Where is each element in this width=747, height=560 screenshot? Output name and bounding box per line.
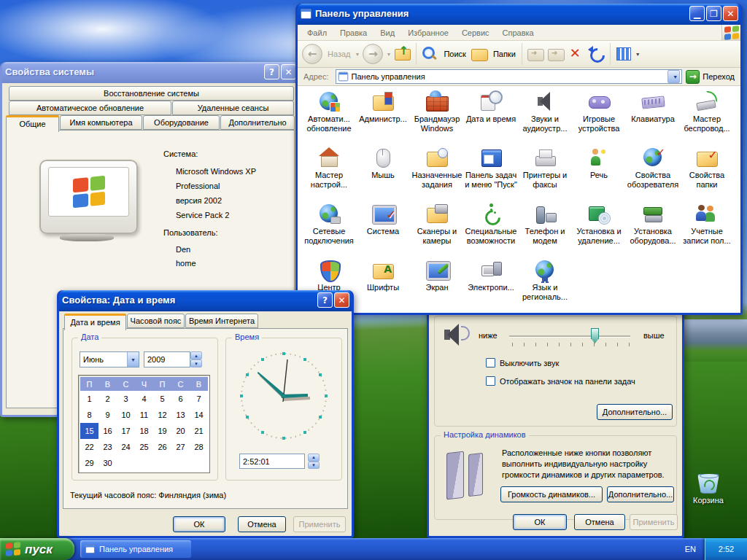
maximize-button[interactable]: ❐ (706, 6, 721, 21)
calendar-day[interactable]: 3 (117, 391, 135, 407)
calendar-day[interactable]: 12 (153, 407, 171, 423)
system-tray[interactable]: 2:52 (705, 538, 747, 560)
control-panel-item[interactable]: Мастер беспровод... (680, 89, 734, 145)
control-panel-item[interactable]: Игровые устройства (572, 89, 626, 145)
control-panel-item[interactable]: Речь (572, 145, 626, 201)
menu-item[interactable]: Справка (496, 26, 541, 39)
calendar-day[interactable]: 30 (98, 455, 117, 471)
spin-down-icon[interactable]: ▼ (190, 359, 202, 368)
calendar-day[interactable]: 7 (190, 391, 208, 407)
control-panel-item[interactable]: Язык и региональ... (518, 257, 572, 314)
control-panel-item[interactable]: Свойства обозревателя (626, 145, 680, 201)
mute-checkbox[interactable] (486, 358, 495, 368)
volume-slider-track[interactable] (509, 335, 630, 338)
menu-item[interactable]: Вид (374, 26, 401, 39)
tab-date-time[interactable]: Дата и время (64, 314, 126, 330)
ok-button[interactable]: ОК (173, 516, 225, 532)
tray-icon-checkbox[interactable] (486, 376, 495, 386)
control-panel-item[interactable]: Сетевые подключения (302, 201, 356, 257)
month-dropdown-icon[interactable]: ▼ (127, 352, 139, 367)
go-button[interactable]: → Переход (686, 70, 738, 84)
tab-advanced[interactable]: Дополнительно (220, 115, 295, 130)
undo-icon[interactable] (588, 44, 605, 63)
recycle-bin[interactable]: Корзина (683, 474, 734, 505)
calendar-day[interactable]: 29 (80, 455, 98, 471)
control-panel-item[interactable]: Автомати... обновление (302, 89, 356, 145)
apply-button[interactable]: Применить (630, 514, 678, 530)
control-panel-item[interactable]: Специальные возможности (464, 201, 518, 257)
taskbar-item-control-panel[interactable]: Панель управления (80, 540, 191, 558)
control-panel-item[interactable]: Шрифты (356, 257, 410, 314)
spin-down-icon[interactable]: ▼ (308, 462, 320, 470)
month-select[interactable]: Июнь ▼ (80, 351, 139, 368)
calendar-day[interactable]: 10 (117, 407, 135, 423)
delete-icon[interactable] (568, 44, 585, 63)
calendar-day[interactable]: 15 (80, 423, 98, 439)
search-icon[interactable] (421, 44, 438, 63)
control-panel-item[interactable]: Свойства папки (680, 145, 734, 201)
forward-button[interactable]: → (363, 44, 383, 64)
close-button[interactable]: ✕ (334, 292, 349, 308)
cancel-button[interactable]: Отмена (238, 516, 286, 532)
calendar-day[interactable]: 1 (80, 391, 98, 407)
system-properties-titlebar[interactable]: Свойства системы ? ✕ (2, 62, 298, 83)
start-button[interactable]: пуск (0, 538, 74, 560)
menu-item[interactable]: Правка (333, 26, 374, 39)
control-panel-item[interactable]: Учетные записи пол... (680, 201, 734, 257)
calendar-day[interactable]: 26 (153, 439, 171, 455)
menu-item[interactable]: Файл (301, 26, 333, 39)
tab-system-restore[interactable]: Восстановление системы (9, 86, 294, 101)
address-field[interactable]: Панель управления ▼ (336, 69, 683, 84)
calendar-day[interactable]: 22 (80, 439, 98, 455)
time-field[interactable]: 2:52:01 (239, 454, 305, 469)
cancel-button[interactable]: Отмена (574, 514, 625, 530)
address-dropdown-icon[interactable]: ▼ (667, 70, 680, 83)
move-to-icon[interactable] (527, 44, 544, 63)
volume-slider-thumb[interactable] (591, 328, 599, 343)
help-button[interactable]: ? (317, 292, 333, 308)
language-indicator[interactable]: EN (685, 538, 696, 560)
calendar-day[interactable]: 5 (153, 391, 171, 407)
advanced2-button[interactable]: Дополнительно... (607, 486, 674, 502)
spin-up-icon[interactable]: ▲ (190, 351, 202, 359)
control-panel-item[interactable]: Дата и время (464, 89, 518, 145)
calendar-day[interactable]: 2 (98, 391, 117, 407)
control-panel-item[interactable]: Система (356, 201, 410, 257)
calendar-day[interactable]: 4 (135, 391, 153, 407)
calendar-day[interactable]: 24 (117, 439, 135, 455)
control-panel-item[interactable]: Клавиатура (626, 89, 680, 145)
control-panel-item[interactable]: Сканеры и камеры (410, 201, 464, 257)
calendar-day[interactable]: 9 (98, 407, 117, 423)
views-dropdown-icon[interactable]: ▼ (635, 52, 640, 57)
forward-dropdown-icon[interactable]: ▼ (386, 52, 391, 57)
calendar-day[interactable]: 13 (171, 407, 190, 423)
control-panel-item[interactable]: Экран (410, 257, 464, 314)
calendar-day[interactable]: 19 (153, 423, 171, 439)
close-button[interactable]: ✕ (723, 6, 738, 21)
back-dropdown-icon[interactable]: ▼ (355, 52, 360, 57)
datetime-titlebar[interactable]: Свойства: Дата и время ? ✕ (59, 290, 352, 311)
control-panel-item[interactable]: Брандмауэр Windows (410, 89, 464, 145)
tab-remote[interactable]: Удаленные сеансы (172, 101, 294, 115)
apply-button[interactable]: Применить (293, 516, 346, 532)
calendar-day[interactable]: 8 (80, 407, 98, 423)
control-panel-item[interactable]: Назначенные задания (410, 145, 464, 201)
spin-up-icon[interactable]: ▲ (308, 454, 320, 462)
advanced-button[interactable]: Дополнительно... (597, 404, 673, 420)
control-panel-item[interactable]: Электропи... (464, 257, 518, 314)
help-button[interactable]: ? (264, 64, 279, 79)
year-field[interactable]: 2009 (144, 351, 190, 368)
control-panel-item[interactable]: Панель задач и меню "Пуск" (464, 145, 518, 201)
close-button[interactable]: ✕ (281, 64, 296, 79)
control-panel-item[interactable]: Администр... (356, 89, 410, 145)
control-panel-item[interactable]: Телефон и модем (518, 201, 572, 257)
tab-timezone[interactable]: Часовой пояс (127, 314, 185, 328)
tab-general[interactable]: Общие (6, 115, 59, 132)
tab-automatic-updates[interactable]: Автоматическое обновление (9, 101, 171, 115)
copy-to-icon[interactable] (547, 44, 565, 63)
menu-item[interactable]: Сервис (455, 26, 496, 39)
control-panel-titlebar[interactable]: Панель управления ▁ ❐ ✕ (298, 4, 740, 25)
control-panel-item[interactable]: Установка и удаление... (572, 201, 626, 257)
menu-item[interactable]: Избранное (401, 26, 455, 39)
calendar-day[interactable]: 20 (171, 423, 190, 439)
